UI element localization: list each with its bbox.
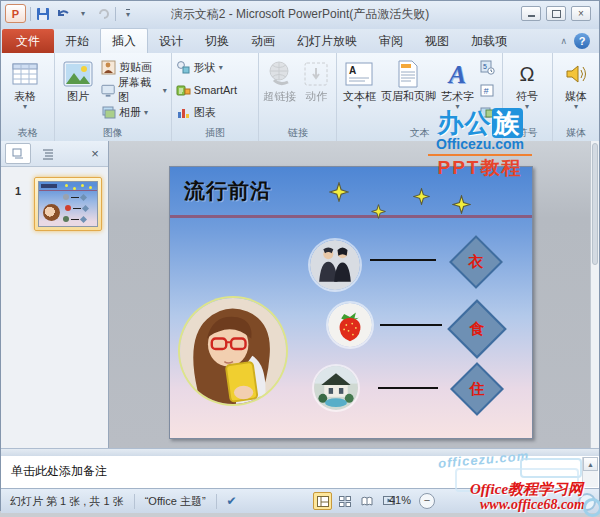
diamond-food[interactable]: 食 bbox=[447, 299, 506, 358]
undo-button[interactable] bbox=[55, 6, 71, 22]
diamond-clothing[interactable]: 衣 bbox=[449, 235, 503, 289]
star-shape[interactable] bbox=[371, 204, 386, 223]
restore-button[interactable] bbox=[546, 6, 566, 21]
minimize-button[interactable] bbox=[521, 6, 541, 21]
theme-name[interactable]: “Office 主题” bbox=[142, 494, 209, 509]
slides-panel: × 1 bbox=[1, 141, 109, 448]
ribbon-tab-bar: 文件 开始 插入 设计 切换 动画 幻灯片放映 审阅 视图 加载项 ∧ ? bbox=[1, 29, 599, 53]
vertical-scrollbar[interactable] bbox=[590, 141, 599, 448]
action-button[interactable]: 动作 bbox=[298, 57, 335, 104]
slide-title[interactable]: 流行前沿 bbox=[184, 177, 272, 205]
tab-animations[interactable]: 动画 bbox=[240, 29, 286, 53]
notes-placeholder[interactable]: 单击此处添加备注 bbox=[11, 463, 107, 480]
spellcheck-indicator[interactable]: ✔ bbox=[224, 494, 240, 508]
slide-counter[interactable]: 幻灯片 第 1 张 , 共 1 张 bbox=[7, 494, 127, 509]
group-text: A 文本框 ▾ 页眉和页脚 A 艺术字 ▾ 5 # bbox=[337, 53, 503, 141]
close-panel-button[interactable]: × bbox=[86, 146, 104, 161]
slide-number-icon: # bbox=[480, 84, 494, 97]
powerpoint-window: P ▾ ▾ 演示文稿2 - Microsoft PowerPoint(产品激活失… bbox=[0, 0, 600, 511]
slide-thumbnail[interactable] bbox=[34, 177, 102, 231]
notes-scrollbar[interactable]: ▲ bbox=[582, 457, 598, 487]
reading-view-button[interactable] bbox=[357, 492, 376, 510]
slide-sorter-button[interactable] bbox=[335, 492, 354, 510]
star-shape[interactable] bbox=[329, 182, 349, 206]
smartart-button[interactable]: SmartArt bbox=[174, 80, 239, 101]
tab-home[interactable]: 开始 bbox=[54, 29, 100, 53]
tab-slideshow[interactable]: 幻灯片放映 bbox=[286, 29, 368, 53]
collapse-ribbon-button[interactable]: ∧ bbox=[560, 36, 567, 46]
housing-photo[interactable] bbox=[314, 366, 358, 410]
tab-bar-extras: ∧ ? bbox=[560, 33, 599, 53]
view-buttons bbox=[313, 492, 398, 510]
picture-button[interactable]: 图片 bbox=[57, 57, 99, 104]
clothing-photo[interactable] bbox=[310, 240, 360, 290]
screenshot-button[interactable]: 屏幕截图 ▾ bbox=[99, 80, 169, 101]
normal-view-button[interactable] bbox=[313, 492, 332, 510]
group-links: 超链接 动作 链接 bbox=[259, 53, 337, 141]
illustrations-buttons: 形状 ▾ SmartArt 图表 bbox=[174, 57, 239, 123]
scroll-up-button[interactable]: ▲ bbox=[583, 457, 598, 471]
notes-pane[interactable]: 单击此处添加备注 ▲ bbox=[1, 456, 599, 489]
group-label: 符号 bbox=[503, 126, 552, 140]
slide-number-button[interactable]: # bbox=[478, 82, 496, 99]
fit-to-window-button[interactable] bbox=[578, 493, 596, 511]
group-label: 文本 bbox=[337, 126, 502, 140]
zoom-out-button[interactable]: − bbox=[419, 493, 435, 509]
zoom-level[interactable]: 41% bbox=[389, 494, 411, 506]
tab-addins[interactable]: 加载项 bbox=[460, 29, 518, 53]
diamond-housing[interactable]: 住 bbox=[450, 362, 504, 416]
outline-tab[interactable] bbox=[35, 143, 61, 164]
panel-tabs: × bbox=[1, 141, 108, 167]
svg-text:A: A bbox=[349, 65, 356, 76]
group-images: 图片 剪贴画 屏幕截图 ▾ 相册 ▾ 图像 bbox=[55, 53, 172, 141]
connector-line[interactable] bbox=[370, 259, 436, 261]
divider bbox=[216, 494, 217, 509]
object-button[interactable] bbox=[478, 104, 496, 121]
tab-file[interactable]: 文件 bbox=[2, 29, 54, 53]
slides-tab[interactable] bbox=[5, 143, 31, 164]
save-button[interactable] bbox=[35, 6, 51, 22]
table-button[interactable]: 表格 ▾ bbox=[3, 57, 47, 111]
symbol-button[interactable]: Ω 符号 ▾ bbox=[505, 57, 549, 111]
header-footer-icon bbox=[396, 58, 420, 90]
tab-view[interactable]: 视图 bbox=[414, 29, 460, 53]
status-bar: 幻灯片 第 1 张 , 共 1 张 “Office 主题” ✔ 41% − bbox=[1, 488, 599, 513]
slides-tab-icon bbox=[12, 148, 24, 160]
app-icon[interactable]: P bbox=[5, 4, 26, 23]
slide-thumbnail-preview bbox=[38, 181, 98, 227]
tab-insert[interactable]: 插入 bbox=[100, 28, 148, 53]
shapes-button[interactable]: 形状 ▾ bbox=[174, 57, 239, 78]
girl-photo[interactable] bbox=[180, 298, 286, 404]
textbox-button[interactable]: A 文本框 ▾ bbox=[339, 57, 379, 111]
group-illustrations: 形状 ▾ SmartArt 图表 插图 bbox=[172, 53, 260, 141]
tab-transitions[interactable]: 切换 bbox=[194, 29, 240, 53]
food-photo[interactable] bbox=[328, 303, 372, 347]
restore-icon bbox=[552, 10, 561, 18]
scrollbar-thumb[interactable] bbox=[592, 143, 598, 265]
star-shape[interactable] bbox=[413, 188, 430, 209]
connector-line[interactable] bbox=[380, 324, 442, 326]
wordart-button[interactable]: A 艺术字 ▾ bbox=[437, 57, 477, 111]
hyperlink-icon bbox=[266, 58, 294, 90]
star-shape[interactable] bbox=[452, 195, 471, 218]
chart-button[interactable]: 图表 bbox=[174, 102, 239, 123]
connector-line[interactable] bbox=[378, 387, 438, 389]
hyperlink-button[interactable]: 超链接 bbox=[261, 57, 298, 104]
window-controls: × bbox=[521, 6, 591, 21]
speaker-icon bbox=[564, 58, 588, 90]
header-footer-button[interactable]: 页眉和页脚 bbox=[379, 57, 437, 104]
wordart-icon: A bbox=[449, 58, 466, 90]
tab-review[interactable]: 审阅 bbox=[368, 29, 414, 53]
help-button[interactable]: ? bbox=[574, 33, 590, 49]
media-button[interactable]: 媒体 ▾ bbox=[555, 57, 597, 111]
slide-canvas[interactable]: 流行前沿 衣 bbox=[169, 166, 533, 439]
close-button[interactable]: × bbox=[571, 6, 591, 21]
date-time-button[interactable]: 5 bbox=[478, 59, 496, 76]
title-underline[interactable] bbox=[170, 215, 532, 218]
group-label: 链接 bbox=[259, 126, 336, 140]
group-media: 媒体 ▾ 媒体 bbox=[553, 53, 599, 141]
table-icon bbox=[11, 58, 39, 90]
photo-album-button[interactable]: 相册 ▾ bbox=[99, 102, 169, 123]
tab-design[interactable]: 设计 bbox=[148, 29, 194, 53]
scroll-up-icon: ▲ bbox=[587, 461, 594, 468]
